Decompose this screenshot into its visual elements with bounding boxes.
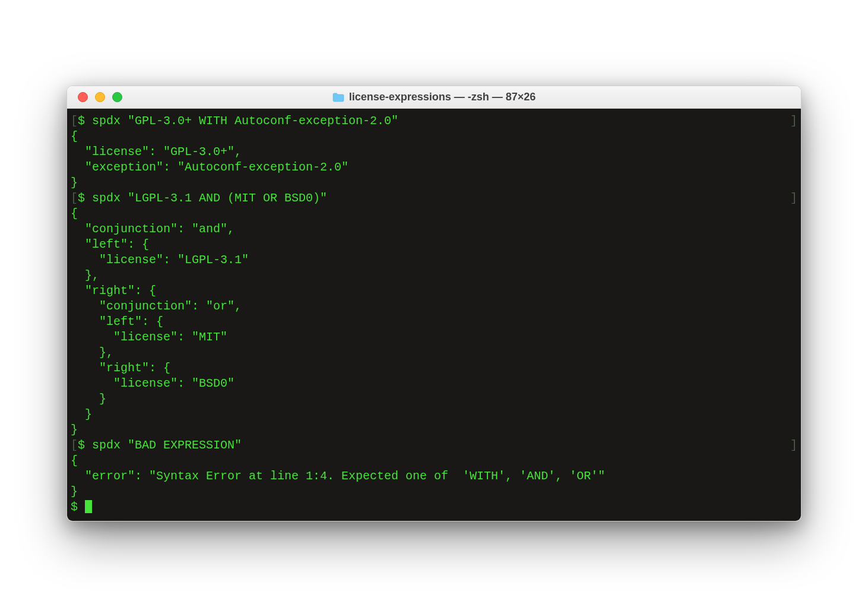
output-line: "license": "GPL-3.0+", [71, 144, 797, 160]
bracket-open: [ [71, 191, 78, 206]
output-line: } [71, 422, 797, 438]
bracket-close: ] [790, 191, 797, 206]
prompt-line: [$ spdx "BAD EXPRESSION"] [71, 438, 797, 453]
output-line: "left": { [71, 314, 797, 330]
output-line: { [71, 453, 797, 469]
close-button[interactable] [78, 92, 88, 102]
output-line: { [71, 206, 797, 222]
output-line: "license": "MIT" [71, 330, 797, 345]
active-prompt-line[interactable]: $ [71, 499, 797, 515]
output-line: } [71, 484, 797, 499]
traffic-lights [67, 92, 122, 102]
output-line: "license": "LGPL-3.1" [71, 252, 797, 268]
folder-icon [332, 93, 344, 102]
output-line: } [71, 391, 797, 407]
output-line: "exception": "Autoconf-exception-2.0" [71, 160, 797, 175]
prompt-text: $ spdx "LGPL-3.1 AND (MIT OR BSD0)" [78, 191, 790, 206]
bracket-open: [ [71, 438, 78, 453]
output-line: }, [71, 345, 797, 361]
terminal-window: license-expressions — -zsh — 87×26 [$ sp… [66, 86, 802, 521]
output-line: }, [71, 268, 797, 283]
prompt-text: $ spdx "BAD EXPRESSION" [78, 438, 790, 453]
output-line: "conjunction": "or", [71, 299, 797, 314]
output-line: "error": "Syntax Error at line 1:4. Expe… [71, 469, 797, 484]
output-line: { [71, 129, 797, 144]
output-line: "license": "BSD0" [71, 376, 797, 391]
minimize-button[interactable] [95, 92, 105, 102]
output-line: "conjunction": "and", [71, 222, 797, 237]
output-line: } [71, 175, 797, 191]
window-title: license-expressions — -zsh — 87×26 [349, 91, 536, 103]
prompt-line: [$ spdx "LGPL-3.1 AND (MIT OR BSD0)"] [71, 191, 797, 206]
window-titlebar: license-expressions — -zsh — 87×26 [67, 86, 801, 109]
output-line: "right": { [71, 361, 797, 376]
output-line: "right": { [71, 283, 797, 299]
title-wrap: license-expressions — -zsh — 87×26 [67, 91, 801, 103]
bracket-close: ] [790, 113, 797, 129]
maximize-button[interactable] [112, 92, 122, 102]
bracket-close: ] [790, 438, 797, 453]
prompt-text: $ [71, 500, 85, 514]
prompt-line: [$ spdx "GPL-3.0+ WITH Autoconf-exceptio… [71, 113, 797, 129]
output-line: "left": { [71, 237, 797, 252]
prompt-text: $ spdx "GPL-3.0+ WITH Autoconf-exception… [78, 113, 790, 129]
terminal-body[interactable]: [$ spdx "GPL-3.0+ WITH Autoconf-exceptio… [67, 109, 801, 521]
output-line: } [71, 407, 797, 422]
bracket-open: [ [71, 113, 78, 129]
cursor-icon [85, 500, 92, 513]
